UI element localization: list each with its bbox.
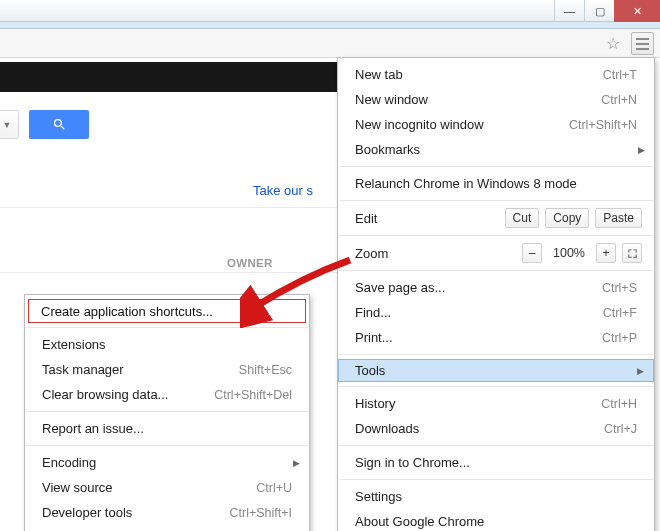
shortcut-text: Ctrl+T bbox=[603, 68, 637, 82]
menu-javascript-console[interactable]: JavaScript consoleCtrl+Shift+J bbox=[25, 525, 309, 531]
menu-new-incognito[interactable]: New incognito windowCtrl+Shift+N bbox=[338, 112, 654, 137]
zoom-value: 100% bbox=[548, 246, 590, 260]
shortcut-text: Ctrl+Shift+N bbox=[569, 118, 637, 132]
menu-separator bbox=[339, 479, 653, 480]
fullscreen-icon bbox=[627, 248, 638, 259]
bookmark-star-icon[interactable]: ☆ bbox=[606, 34, 620, 53]
menu-separator bbox=[26, 327, 308, 328]
menu-tools[interactable]: Tools▶ bbox=[338, 359, 654, 382]
menu-find[interactable]: Find...Ctrl+F bbox=[338, 300, 654, 325]
menu-history[interactable]: HistoryCtrl+H bbox=[338, 391, 654, 416]
submenu-arrow-icon: ▶ bbox=[638, 145, 645, 155]
menu-separator bbox=[339, 235, 653, 236]
browser-toolbar: ☆ bbox=[0, 29, 660, 58]
menu-settings[interactable]: Settings bbox=[338, 484, 654, 509]
window-minimize-button[interactable]: — bbox=[554, 0, 584, 22]
menu-separator bbox=[339, 386, 653, 387]
menu-separator bbox=[339, 200, 653, 201]
menu-separator bbox=[339, 354, 653, 355]
chrome-menu-button[interactable] bbox=[631, 32, 654, 55]
menu-print[interactable]: Print...Ctrl+P bbox=[338, 325, 654, 350]
menu-separator bbox=[339, 166, 653, 167]
window-close-button[interactable]: ✕ bbox=[614, 0, 660, 22]
shortcut-text: Ctrl+P bbox=[602, 331, 637, 345]
search-icon bbox=[52, 117, 67, 132]
shortcut-text: Ctrl+Shift+Del bbox=[214, 388, 292, 402]
chrome-main-menu: New tabCtrl+T New windowCtrl+N New incog… bbox=[337, 57, 655, 531]
menu-developer-tools[interactable]: Developer toolsCtrl+Shift+I bbox=[25, 500, 309, 525]
shortcut-text: Ctrl+H bbox=[601, 397, 637, 411]
menu-report-issue[interactable]: Report an issue... bbox=[25, 416, 309, 441]
submenu-arrow-icon: ▶ bbox=[293, 458, 300, 468]
menu-new-tab[interactable]: New tabCtrl+T bbox=[338, 62, 654, 87]
zoom-in-button[interactable]: + bbox=[596, 243, 616, 263]
menu-about-chrome[interactable]: About Google Chrome bbox=[338, 509, 654, 531]
edit-label: Edit bbox=[355, 211, 499, 226]
fullscreen-button[interactable] bbox=[622, 243, 642, 263]
shortcut-text: Ctrl+N bbox=[601, 93, 637, 107]
menu-new-window[interactable]: New windowCtrl+N bbox=[338, 87, 654, 112]
zoom-label: Zoom bbox=[355, 246, 516, 261]
tools-submenu: Create application shortcuts... Extensio… bbox=[24, 294, 310, 531]
menu-downloads[interactable]: DownloadsCtrl+J bbox=[338, 416, 654, 441]
menu-view-source[interactable]: View sourceCtrl+U bbox=[25, 475, 309, 500]
shortcut-text: Ctrl+Shift+I bbox=[229, 506, 292, 520]
submenu-arrow-icon: ▶ bbox=[637, 366, 644, 376]
shortcut-text: Shift+Esc bbox=[239, 363, 292, 377]
menu-separator bbox=[26, 445, 308, 446]
menu-relaunch-win8[interactable]: Relaunch Chrome in Windows 8 mode bbox=[338, 171, 654, 196]
menu-encoding[interactable]: Encoding▶ bbox=[25, 450, 309, 475]
menu-sign-in[interactable]: Sign in to Chrome... bbox=[338, 450, 654, 475]
menu-bookmarks[interactable]: Bookmarks▶ bbox=[338, 137, 654, 162]
survey-link[interactable]: Take our s bbox=[253, 183, 313, 198]
app-header-bar bbox=[0, 62, 341, 92]
menu-save-page-as[interactable]: Save page as...Ctrl+S bbox=[338, 275, 654, 300]
window-maximize-button[interactable]: ▢ bbox=[584, 0, 614, 22]
menu-edit-row: Edit Cut Copy Paste bbox=[338, 205, 654, 231]
menu-separator bbox=[339, 270, 653, 271]
menu-create-app-shortcuts[interactable]: Create application shortcuts... bbox=[28, 299, 306, 323]
shortcut-text: Ctrl+J bbox=[604, 422, 637, 436]
shortcut-text: Ctrl+S bbox=[602, 281, 637, 295]
window-titlebar: — ▢ ✕ bbox=[0, 0, 660, 22]
menu-extensions[interactable]: Extensions bbox=[25, 332, 309, 357]
menu-zoom-row: Zoom – 100% + bbox=[338, 240, 654, 266]
tab-strip bbox=[0, 22, 660, 29]
menu-clear-browsing-data[interactable]: Clear browsing data...Ctrl+Shift+Del bbox=[25, 382, 309, 407]
divider bbox=[0, 272, 340, 273]
divider bbox=[0, 207, 340, 208]
menu-task-manager[interactable]: Task managerShift+Esc bbox=[25, 357, 309, 382]
owner-column-header: OWNER bbox=[227, 257, 273, 269]
menu-separator bbox=[26, 411, 308, 412]
paste-button[interactable]: Paste bbox=[595, 208, 642, 228]
search-options-dropdown[interactable]: ▼ bbox=[0, 110, 19, 139]
zoom-out-button[interactable]: – bbox=[522, 243, 542, 263]
search-button[interactable] bbox=[29, 110, 89, 139]
cut-button[interactable]: Cut bbox=[505, 208, 540, 228]
shortcut-text: Ctrl+F bbox=[603, 306, 637, 320]
shortcut-text: Ctrl+U bbox=[256, 481, 292, 495]
menu-separator bbox=[339, 445, 653, 446]
copy-button[interactable]: Copy bbox=[545, 208, 589, 228]
